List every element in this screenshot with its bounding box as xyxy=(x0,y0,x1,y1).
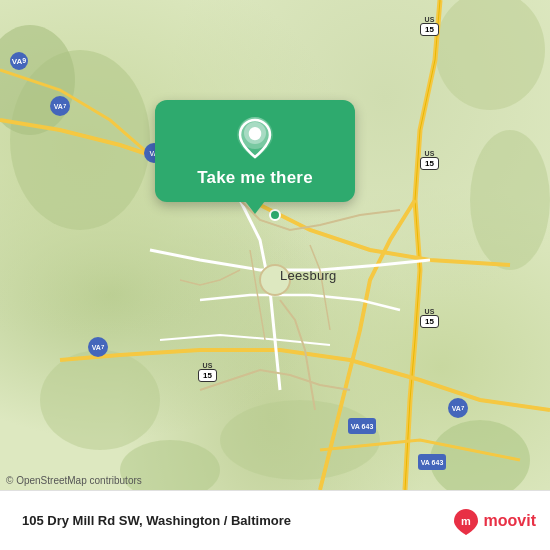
location-pin-icon xyxy=(233,116,277,160)
moovit-logo: m moovit xyxy=(452,507,536,535)
shield-va643b: VA 643 xyxy=(418,454,446,470)
shield-us15-bottom: US 15 xyxy=(198,362,217,382)
address-text: 105 Dry Mill Rd SW, Washington / Baltimo… xyxy=(22,513,452,528)
shield-us15-mid: US 15 xyxy=(420,150,439,170)
svg-point-3 xyxy=(470,130,550,270)
shield-va7-bottom-left: VA7 xyxy=(88,337,108,357)
moovit-icon: m xyxy=(452,507,480,535)
shield-us15-top: US 15 xyxy=(420,16,439,36)
shield-va9: VA9 xyxy=(10,52,28,70)
map-container: Leesburg US 15 US 15 US 15 US 15 VA9 VA7… xyxy=(0,0,550,490)
shield-va7-top: VA7 xyxy=(50,96,70,116)
shield-va7-bottom-right: VA7 xyxy=(448,398,468,418)
shield-us15-lower: US 15 xyxy=(420,308,439,328)
svg-point-2 xyxy=(435,0,545,110)
svg-point-6 xyxy=(220,400,380,480)
map-copyright: © OpenStreetMap contributors xyxy=(6,475,142,486)
svg-point-9 xyxy=(270,210,280,220)
callout-label: Take me there xyxy=(197,168,313,188)
city-label: Leesburg xyxy=(280,268,337,283)
callout-box[interactable]: Take me there xyxy=(155,100,355,202)
svg-point-5 xyxy=(40,350,160,450)
moovit-name: moovit xyxy=(484,512,536,530)
shield-va643: VA 643 xyxy=(348,418,376,434)
svg-text:m: m xyxy=(461,515,471,527)
bottom-bar: 105 Dry Mill Rd SW, Washington / Baltimo… xyxy=(0,490,550,550)
